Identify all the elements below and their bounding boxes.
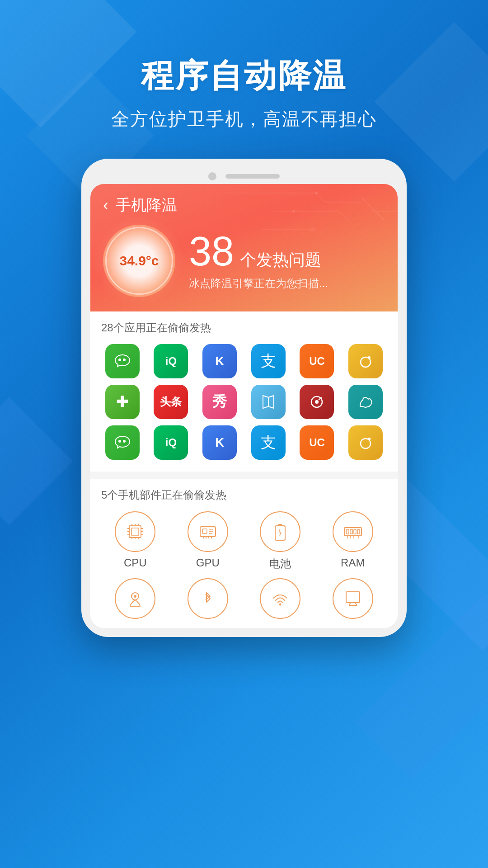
svg-line-52 [280,532,281,536]
list-item[interactable] [344,425,387,460]
phone-camera [208,172,216,180]
screen-icon-circle [333,578,373,619]
temp-value: 34.9°c [119,253,159,269]
list-item[interactable]: K [198,425,241,460]
back-button[interactable]: ‹ [103,196,108,215]
temp-gauge-outer: 34.9°c [103,225,175,297]
list-item[interactable]: iQ [150,425,192,460]
component-ram[interactable]: RAM [319,511,387,571]
bluetooth-icon-circle [188,578,228,619]
app-info: 38 个发热问题 冰点降温引擎正在为您扫描... [189,231,385,291]
alipay2-icon: 支 [251,425,286,460]
component-wifi[interactable] [246,578,314,619]
kuwo2-icon: K [202,425,237,460]
cpu-icon [124,520,146,543]
weibo2-icon [348,425,383,460]
component-screen[interactable] [319,578,387,619]
list-item[interactable]: UC [296,344,338,378]
component-location[interactable] [101,578,169,619]
app-section-desc: 28个应用正在偷偷发热 [101,321,387,335]
svg-rect-55 [350,529,352,534]
app-nav: ‹ 手机降温 [103,195,385,216]
temp-gauge: 34.9°c [103,225,175,297]
svg-rect-25 [129,526,141,538]
cpu-label: CPU [124,557,147,569]
list-item[interactable]: K [198,344,241,378]
list-item[interactable]: 头条 [150,385,192,419]
iqiyi2-icon: iQ [154,425,188,460]
wechat2-icon [105,425,140,460]
svg-rect-48 [275,526,285,540]
list-item[interactable]: iQ [150,344,192,378]
list-item[interactable] [101,425,144,460]
svg-point-63 [134,595,136,598]
top-section: 程序自动降温 全方位护卫手机，高温不再担心 [0,0,488,159]
component-battery[interactable]: 电池 [246,511,314,571]
phone-speaker [225,174,280,179]
battery-icon-circle [260,511,300,552]
wechat-icon [105,344,140,378]
kuwo-icon: K [202,344,237,378]
svg-point-21 [118,440,121,443]
list-item[interactable] [101,344,144,378]
list-item[interactable] [344,344,387,378]
apps-grid: iQ K 支 UC [101,344,387,460]
iqiyi-icon: iQ [154,344,188,378]
component-bluetooth[interactable] [174,578,242,619]
component-cpu[interactable]: CPU [101,511,169,571]
uc-icon: UC [300,344,334,378]
camel-icon [348,385,383,419]
xiu-icon: 秀 [202,385,237,419]
ram-label: RAM [341,557,365,569]
svg-point-11 [118,359,121,361]
svg-point-24 [368,438,371,440]
svg-rect-40 [202,529,207,533]
app-header: ‹ 手机降温 34.9°c [90,184,398,311]
wifi-icon [269,587,291,610]
list-item[interactable]: 秀 [198,385,241,419]
list-item[interactable] [296,385,338,419]
svg-point-64 [279,604,282,606]
bluetooth-icon [197,587,219,610]
phone-screen: ‹ 手机降温 34.9°c [90,184,398,628]
svg-rect-57 [357,529,360,534]
netease-icon [300,385,334,419]
svg-rect-65 [346,592,360,603]
heat-label: 个发热问题 [240,250,321,269]
wifi-icon-circle [260,578,300,619]
list-item[interactable] [247,385,290,419]
gpu-icon [197,520,219,543]
list-item[interactable]: UC [296,425,338,460]
components-grid: CPU [101,511,387,571]
weibo-icon [348,344,383,378]
section-divider [90,472,398,479]
list-item[interactable]: 支 [247,425,290,460]
screen-icon [342,587,364,610]
battery-label: 电池 [269,557,291,571]
heat-desc: 冰点降温引擎正在为您扫描... [189,276,385,291]
cpu-icon-circle [115,511,155,552]
ram-icon-circle [333,511,373,552]
toutiao-icon: 头条 [154,385,188,419]
component-gpu[interactable]: GPU [174,511,242,571]
svg-line-50 [279,529,280,532]
svg-point-18 [315,400,319,404]
sub-title: 全方位护卫手机，高温不再担心 [0,107,488,132]
app-list-section: 28个应用正在偷偷发热 iQ K [90,311,398,472]
svg-rect-26 [131,528,139,535]
uc2-icon: UC [300,425,334,460]
location-icon [124,587,146,610]
app-nav-title: 手机降温 [116,195,177,216]
ram-icon [342,520,364,543]
components-section-desc: 5个手机部件正在偷偷发热 [101,488,387,502]
battery-icon [269,520,291,543]
maps-icon [251,385,286,419]
list-item[interactable]: 支 [247,344,290,378]
list-item[interactable] [344,385,387,419]
list-item[interactable]: ✚ [101,385,144,419]
heat-count-row: 38 个发热问题 [189,231,385,272]
svg-point-14 [368,356,371,359]
phone-container: ‹ 手机降温 34.9°c [0,159,488,637]
svg-point-12 [123,359,126,361]
gpu-icon-circle [188,511,228,552]
